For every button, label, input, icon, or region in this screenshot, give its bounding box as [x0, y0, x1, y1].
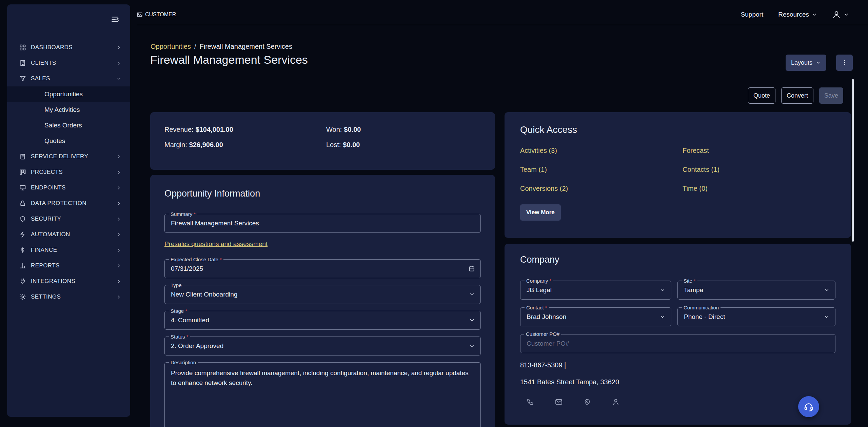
account-menu[interactable]	[832, 10, 849, 19]
location-icon	[583, 398, 591, 406]
margin-label: Margin:	[164, 141, 187, 148]
endpoints-icon	[19, 184, 26, 191]
status-select[interactable]: Status 2. Order Approved	[164, 337, 481, 355]
projects-icon	[19, 169, 26, 176]
communication-label: Communication	[682, 304, 721, 311]
sidebar-item-sales[interactable]: SALES	[7, 71, 130, 86]
sidebar-item-label: REPORTS	[31, 262, 116, 269]
sidebar-item-label: DATA PROTECTION	[31, 200, 116, 207]
security-icon	[19, 216, 26, 222]
site-select[interactable]: Site Tampa	[677, 281, 835, 300]
sidebar-subitem-my-activities[interactable]: My Activities	[7, 102, 130, 118]
top-bar: CUSTOMER Support Resources	[137, 0, 868, 25]
map-button[interactable]	[582, 396, 593, 407]
description-textarea[interactable]: Description Provide comprehensive firewa…	[164, 362, 481, 427]
sidebar-item-endpoints[interactable]: ENDPOINTS	[7, 180, 130, 196]
lost-stat: Lost:$0.00	[326, 141, 481, 149]
sidebar-item-data-protection[interactable]: DATA PROTECTION	[7, 196, 130, 211]
chevron-right-icon	[116, 294, 121, 300]
sidebar-item-clients[interactable]: CLIENTS	[7, 55, 130, 71]
sidebar-collapse-button[interactable]	[108, 13, 122, 25]
quick-link-forecast[interactable]: Forecast	[683, 147, 835, 155]
dashboards-icon	[19, 44, 26, 51]
contact-select[interactable]: Contact Brad Johnson	[520, 307, 671, 326]
sidebar-item-label: PROJECTS	[31, 169, 116, 176]
resources-menu[interactable]: Resources	[778, 11, 817, 18]
quote-button[interactable]: Quote	[748, 87, 775, 104]
sidebar-item-integrations[interactable]: INTEGRATIONS	[7, 273, 130, 289]
sidebar-subitem-label: Quotes	[44, 137, 65, 145]
expected-close-date-field[interactable]: Expected Close Date 07/31/2025	[164, 259, 481, 278]
customer-po-input[interactable]	[520, 334, 835, 353]
communication-select[interactable]: Communication Phone - Direct	[677, 307, 835, 326]
sidebar-item-finance[interactable]: FINANCE	[7, 242, 130, 258]
contact-card-button[interactable]	[610, 396, 621, 407]
scrollbar-thumb[interactable]	[852, 79, 854, 242]
sidebar-item-label: INTEGRATIONS	[31, 278, 116, 285]
quick-link-conversions[interactable]: Conversions (2)	[520, 185, 683, 192]
company-select[interactable]: Company JB Legal	[520, 281, 671, 300]
layouts-button[interactable]: Layouts	[786, 55, 826, 71]
sidebar-item-service-delivery[interactable]: SERVICE DELIVERY	[7, 149, 130, 164]
chevron-right-icon	[116, 154, 121, 159]
presales-link[interactable]: Presales questions and assessment	[164, 240, 268, 248]
more-options-button[interactable]	[836, 55, 853, 71]
support-fab[interactable]	[798, 396, 819, 417]
sidebar-item-label: FINANCE	[31, 247, 116, 253]
breadcrumb-opportunities-link[interactable]: Opportunities	[151, 43, 191, 50]
settings-icon	[19, 293, 26, 300]
site-label: Site	[682, 278, 697, 284]
chevron-right-icon	[116, 185, 121, 190]
sidebar-subitem-label: Opportunities	[44, 90, 83, 98]
status-label: Status	[169, 333, 190, 340]
revenue-stat: Revenue:$104,001.00	[164, 126, 326, 134]
layout-actions: Layouts	[786, 55, 853, 71]
quick-link-time[interactable]: Time (0)	[683, 185, 835, 192]
sidebar-subitem-sales-orders[interactable]: Sales Orders	[7, 118, 130, 133]
company-contact-actions	[520, 396, 835, 407]
breadcrumb-separator: /	[194, 43, 196, 50]
revenue-summary-card: Revenue:$104,001.00 Won:$0.00 Margin:$26…	[150, 112, 495, 170]
sidebar-item-reports[interactable]: REPORTS	[7, 258, 130, 273]
opportunity-information-card: Opportunity Information Summary Firewall…	[150, 175, 495, 427]
company-phone: 813-867-5309 |	[520, 361, 835, 369]
summary-field[interactable]: Summary Firewall Management Services	[164, 214, 481, 233]
finance-icon	[19, 247, 26, 253]
won-stat: Won:$0.00	[326, 126, 481, 134]
sidebar-item-settings[interactable]: SETTINGS	[7, 289, 130, 305]
sidebar-item-projects[interactable]: PROJECTS	[7, 164, 130, 180]
view-more-button[interactable]: View More	[520, 204, 561, 221]
email-button[interactable]	[553, 396, 564, 407]
description-label: Description	[169, 359, 198, 366]
convert-button[interactable]: Convert	[781, 87, 813, 104]
sidebar-item-label: CLIENTS	[31, 60, 116, 66]
sidebar-item-label: ENDPOINTS	[31, 184, 116, 191]
quick-link-team[interactable]: Team (1)	[520, 166, 683, 174]
breadcrumb: Opportunities / Firewall Management Serv…	[151, 43, 292, 50]
sidebar-subitem-label: Sales Orders	[44, 122, 82, 129]
sidebar-subitem-opportunities[interactable]: Opportunities	[7, 86, 130, 102]
save-button[interactable]: Save	[819, 87, 843, 104]
chevron-right-icon	[116, 61, 121, 66]
call-button[interactable]	[525, 396, 536, 407]
quick-link-activities[interactable]: Activities (3)	[520, 147, 683, 155]
quick-access-card: Quick Access Activities (3) Forecast Tea…	[505, 112, 851, 238]
quick-link-contacts[interactable]: Contacts (1)	[683, 166, 835, 174]
menu-collapse-icon	[111, 15, 119, 24]
sidebar-item-security[interactable]: SECURITY	[7, 211, 130, 227]
stage-select[interactable]: Stage 4. Committed	[164, 311, 481, 330]
stage-label: Stage	[169, 308, 189, 314]
sidebar-item-dashboards[interactable]: DASHBOARDS	[7, 40, 130, 55]
sidebar-item-label: DASHBOARDS	[31, 44, 116, 51]
sidebar-item-automation[interactable]: AUTOMATION	[7, 227, 130, 242]
support-link[interactable]: Support	[741, 11, 764, 18]
user-icon	[832, 10, 841, 19]
summary-value: Firewall Management Services	[165, 214, 480, 232]
mail-icon	[555, 398, 563, 406]
sidebar-subitem-quotes[interactable]: Quotes	[7, 133, 130, 149]
expected-close-date-label: Expected Close Date	[169, 256, 223, 263]
lost-value: $0.00	[343, 141, 360, 148]
app-logo[interactable]: CUSTOMER	[137, 12, 176, 18]
support-label: Support	[741, 11, 764, 18]
type-select[interactable]: Type New Client Onboarding	[164, 285, 481, 304]
